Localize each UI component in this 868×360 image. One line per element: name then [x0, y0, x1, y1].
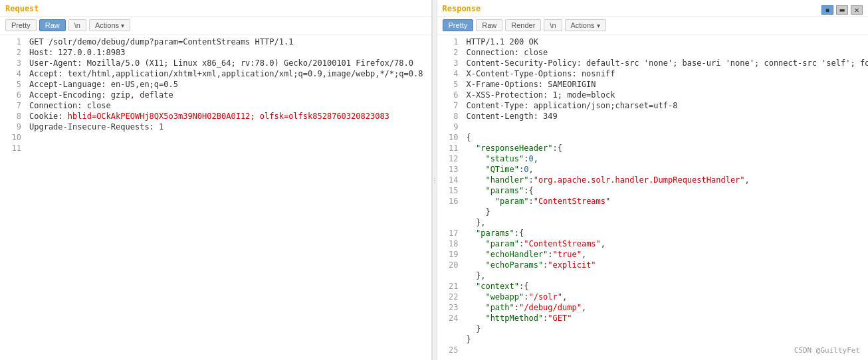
json-key: "status" [485, 154, 524, 163]
line-content: "httpMethod":"GET" [467, 314, 863, 324]
table-row: 2 Connection: close [437, 48, 869, 58]
line-content [29, 133, 426, 143]
line-content: X-XSS-Protection: 1; mode=block [467, 90, 863, 101]
line-number: 11 [443, 143, 459, 154]
line-content: "path":"/debug/dump", [467, 303, 863, 314]
json-punct: :{ [553, 143, 562, 153]
request-header: Request [0, 0, 431, 17]
table-row: 17 "params":{ [437, 228, 869, 239]
json-value: 0 [528, 154, 533, 163]
line-content: "responseHeader":{ [467, 143, 863, 154]
request-tab-newline[interactable]: \n [68, 19, 86, 31]
line-number: 5 [5, 80, 21, 90]
response-tab-newline[interactable]: \n [544, 19, 562, 31]
line-content: Accept-Encoding: gzip, deflate [29, 90, 426, 101]
table-row: 22 "webapp":"/solr", [437, 292, 869, 303]
line-number: 1 [443, 37, 459, 48]
line-content: "params":{ [467, 228, 863, 239]
line-content: } [467, 335, 863, 345]
panel-btn-2[interactable]: ▬ [836, 5, 848, 15]
line-number: 18 [443, 239, 459, 250]
table-row: 11 "responseHeader":{ [437, 143, 869, 154]
json-value: "explicit" [548, 260, 596, 270]
line-content: } [467, 207, 863, 218]
table-row: }, [437, 271, 869, 282]
line-number [443, 271, 459, 282]
line-content: X-Frame-Options: SAMEORIGIN [467, 80, 863, 90]
json-value: "ContentStreams" [524, 239, 601, 248]
table-row: 16 "param":"ContentStreams" [437, 197, 869, 207]
request-panel: Request Pretty Raw \n Actions 1 GET /sol… [0, 0, 432, 360]
line-number: 6 [443, 90, 459, 101]
main-container: Request Pretty Raw \n Actions 1 GET /sol… [0, 0, 868, 360]
table-row: 10 [0, 133, 431, 143]
request-actions-button[interactable]: Actions [89, 19, 130, 31]
response-tab-raw[interactable]: Raw [476, 19, 502, 31]
response-tab-render[interactable]: Render [505, 19, 541, 31]
line-content [29, 143, 426, 154]
line-content: Connection: close [467, 48, 863, 58]
line-number: 25 [443, 345, 459, 356]
table-row: 3 Content-Security-Policy: default-src '… [437, 58, 869, 69]
line-number: 15 [443, 186, 459, 197]
panel-btn-3[interactable]: ✕ [851, 5, 863, 15]
table-row: 9 [437, 122, 869, 133]
line-content: "webapp":"/solr", [467, 292, 863, 303]
json-key: "httpMethod" [485, 314, 543, 323]
table-row: 5 Accept-Language: en-US,en;q=0.5 [0, 80, 431, 90]
json-key: "param" [495, 197, 529, 206]
line-content: "param":"ContentStreams", [467, 239, 863, 250]
json-key: "param" [485, 239, 519, 248]
panel-btn-1[interactable]: ▪ [821, 5, 833, 15]
line-number: 19 [443, 250, 459, 260]
table-row: 3 User-Agent: Mozilla/5.0 (X11; Linux x8… [0, 58, 431, 69]
table-row: 5 X-Frame-Options: SAMEORIGIN [437, 80, 869, 90]
request-title: Request [5, 4, 39, 13]
line-content: Upgrade-Insecure-Requests: 1 [29, 122, 426, 133]
line-number: 24 [443, 314, 459, 324]
table-row: 6 X-XSS-Protection: 1; mode=block [437, 90, 869, 101]
table-row: 19 "echoHandler":"true", [437, 250, 869, 260]
request-tab-raw[interactable]: Raw [39, 19, 66, 31]
response-actions-button[interactable]: Actions [565, 19, 606, 31]
watermark: CSDN @GuiltyFet [794, 346, 860, 355]
line-number: 9 [5, 122, 21, 133]
line-number [443, 207, 459, 218]
json-key: "responseHeader" [476, 143, 553, 153]
panel-divider[interactable]: ⋮ [432, 0, 437, 360]
line-number: 7 [5, 101, 21, 112]
line-content: "handler":"org.apache.solr.handler.DumpR… [467, 175, 863, 186]
table-row: 1 GET /solr/demo/debug/dump?param=Conten… [0, 37, 431, 48]
table-row: 4 X-Content-Type-Options: nosniff [437, 69, 869, 80]
json-key: "context" [476, 282, 519, 291]
table-row: 9 Upgrade-Insecure-Requests: 1 [0, 122, 431, 133]
response-panel: Response Pretty Raw Render \n Actions 1 … [437, 0, 869, 360]
line-number: 3 [5, 58, 21, 69]
line-content: } [467, 324, 863, 335]
table-row: 10 { [437, 133, 869, 143]
response-header: Response [437, 0, 869, 17]
json-key: "echoHandler" [485, 250, 548, 259]
line-number: 17 [443, 228, 459, 239]
line-number: 6 [5, 90, 21, 101]
table-row: 11 [0, 143, 431, 154]
table-row: 20 "echoParams":"explicit" [437, 260, 869, 271]
json-value: "org.apache.solr.handler.DumpRequestHand… [534, 175, 745, 185]
line-content: "echoHandler":"true", [467, 250, 863, 260]
line-number: 4 [5, 69, 21, 80]
json-key: "echoParams" [485, 260, 543, 270]
cookie-value: hblid=OCkAkPEOWHj8QX5o3m39N0H02B0A0I12; … [68, 112, 389, 121]
line-content: "param":"ContentStreams" [467, 197, 863, 207]
line-content [467, 122, 863, 133]
line-content: }, [467, 218, 863, 228]
line-number: 2 [443, 48, 459, 58]
table-row: 13 "QTime":0, [437, 165, 869, 175]
request-content: 1 GET /solr/demo/debug/dump?param=Conten… [0, 35, 431, 360]
table-row: 18 "param":"ContentStreams", [437, 239, 869, 250]
response-tab-pretty[interactable]: Pretty [443, 19, 474, 31]
request-tab-pretty[interactable]: Pretty [5, 19, 37, 31]
table-row: 8 Cookie: hblid=OCkAkPEOWHj8QX5o3m39N0H0… [0, 112, 431, 122]
line-number: 4 [443, 69, 459, 80]
line-content: { [467, 133, 863, 143]
table-row: } [437, 207, 869, 218]
